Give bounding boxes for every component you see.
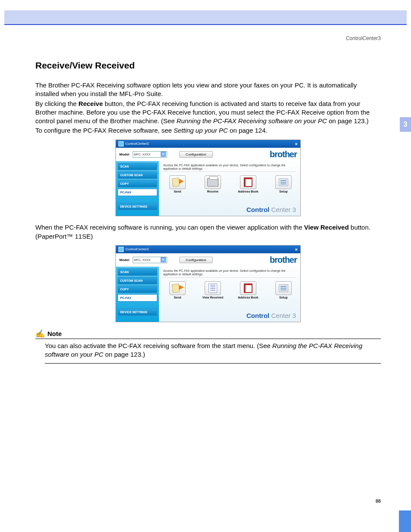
paragraph-3: To configure the PC-FAX Receive software… (35, 126, 381, 135)
model-select[interactable]: MFC- XXXX▾ (133, 257, 167, 263)
note-label: Note (47, 330, 62, 337)
paragraph-2: By clicking the Receive button, the PC-F… (35, 100, 381, 126)
sidebar-item-device-settings[interactable]: DEVICE SETTINGS (118, 203, 157, 210)
addressbook-icon (244, 283, 252, 293)
action-send[interactable]: Send (166, 281, 189, 299)
action-address-book[interactable]: Address Book (237, 175, 260, 193)
paragraph-1: The Brother PC-FAX Receiving software op… (35, 81, 381, 99)
configuration-button[interactable]: Configuration (179, 257, 213, 263)
sidebar-item-custom-scan[interactable]: CUSTOM SCAN (118, 277, 157, 284)
model-select[interactable]: MFC- XXXX▾ (133, 151, 167, 158)
model-label: Model (119, 258, 129, 262)
chapter-tab: 3 (400, 117, 411, 132)
send-icon (172, 178, 183, 187)
action-send[interactable]: Send (166, 175, 189, 193)
sidebar-item-pcfax[interactable]: PC-FAX (118, 189, 157, 196)
setup-icon (279, 284, 288, 292)
window-title: ControlCenter3 (125, 247, 149, 251)
addressbook-icon (244, 177, 252, 187)
window-titlebar[interactable]: ControlCenter3 × (116, 246, 300, 253)
panel-description: Access the PC-FAX application available … (163, 164, 296, 172)
window-titlebar[interactable]: ControlCenter3 × (116, 140, 300, 148)
sidebar-item-copy[interactable]: COPY (118, 180, 157, 187)
close-icon[interactable]: × (295, 141, 298, 146)
configuration-button[interactable]: Configuration (179, 151, 213, 158)
note-icon: ✍ (35, 330, 45, 338)
page-corner-accent (399, 510, 411, 532)
action-receive[interactable]: Receive (201, 175, 224, 193)
sidebar: SCAN CUSTOM SCAN COPY PC-FAX DEVICE SETT… (116, 267, 159, 322)
sidebar-item-pcfax[interactable]: PC-FAX (118, 294, 157, 302)
setup-icon (279, 178, 288, 186)
note-body: You can also activate the PC-FAX receivi… (45, 342, 381, 364)
app-icon (118, 247, 124, 252)
controlcenter-footer: Control Center 3 (163, 299, 296, 319)
window-title: ControlCenter3 (125, 142, 149, 146)
figure-controlcenter-view-received: ControlCenter3 × Model MFC- XXXX▾ Config… (115, 245, 301, 322)
action-setup[interactable]: Setup (272, 175, 295, 193)
model-label: Model (119, 152, 129, 156)
chevron-down-icon: ▾ (161, 152, 166, 157)
sidebar-item-custom-scan[interactable]: CUSTOM SCAN (118, 171, 157, 179)
sidebar: SCAN CUSTOM SCAN COPY PC-FAX DEVICE SETT… (116, 161, 159, 216)
brother-logo: brother (270, 149, 297, 159)
action-view-received[interactable]: View Received (201, 281, 224, 299)
sidebar-item-copy[interactable]: COPY (118, 286, 157, 293)
panel-description: Access the PC-FAX application available … (163, 269, 296, 278)
page-number: 88 (376, 498, 381, 504)
section-heading: Receive/View Received (35, 60, 381, 71)
chevron-down-icon: ▾ (161, 257, 166, 262)
running-header: ControlCenter3 (0, 35, 381, 41)
close-icon[interactable]: × (295, 247, 298, 252)
page-top-stripe (4, 10, 407, 25)
note-block: ✍ Note You can also activate the PC-FAX … (35, 330, 381, 364)
paragraph-4: When the PC-FAX receiving software is ru… (35, 223, 381, 241)
app-icon (118, 141, 124, 146)
sidebar-item-scan[interactable]: SCAN (118, 163, 157, 170)
sidebar-item-device-settings[interactable]: DEVICE SETTINGS (118, 308, 157, 316)
action-setup[interactable]: Setup (272, 281, 295, 299)
fax-icon (207, 178, 218, 187)
controlcenter-footer: Control Center 3 (163, 193, 296, 213)
send-icon (172, 284, 183, 292)
figure-controlcenter-receive: ControlCenter3 × Model MFC- XXXX▾ Config… (115, 140, 301, 217)
sidebar-item-scan[interactable]: SCAN (118, 268, 157, 276)
action-address-book[interactable]: Address Book (237, 281, 260, 299)
brother-logo: brother (270, 255, 297, 265)
document-icon (209, 283, 217, 293)
